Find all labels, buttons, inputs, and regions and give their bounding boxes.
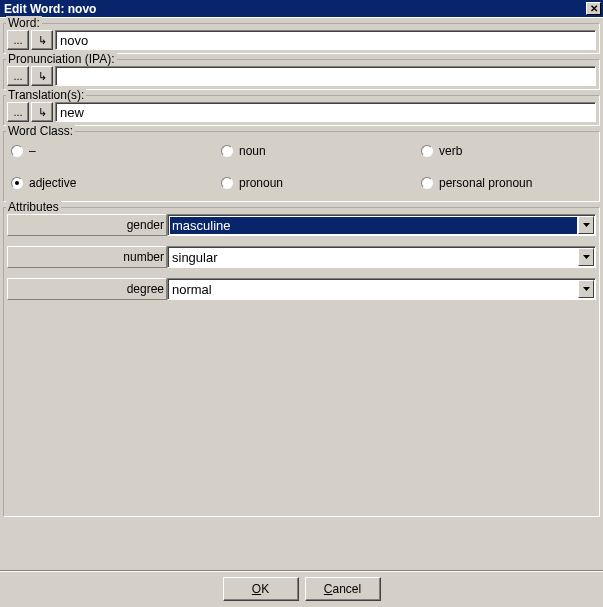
radio-label: personal pronoun: [439, 176, 532, 190]
svg-marker-1: [583, 255, 590, 259]
svg-marker-2: [583, 287, 590, 291]
radio-label: adjective: [29, 176, 76, 190]
attribute-label: number: [7, 246, 167, 268]
select-value: masculine: [170, 217, 577, 234]
pronunciation-label: Pronunciation (IPA):: [6, 52, 117, 66]
translations-insert-button[interactable]: ↳: [31, 102, 53, 122]
pronunciation-input[interactable]: [55, 66, 596, 86]
radio-icon[interactable]: [421, 145, 433, 157]
svg-marker-0: [583, 223, 590, 227]
word-input[interactable]: [55, 30, 596, 50]
word-label: Word:: [6, 16, 42, 30]
chevron-down-icon[interactable]: [578, 216, 594, 234]
word-insert-button[interactable]: ↳: [31, 30, 53, 50]
radio-icon[interactable]: [221, 177, 233, 189]
translations-ellipsis-button[interactable]: ...: [7, 102, 29, 122]
attribute-row: gendermasculine: [7, 214, 596, 236]
word-group: Word: ... ↳: [3, 23, 600, 54]
ok-button[interactable]: OK: [223, 577, 299, 601]
word-class-label: Word Class:: [6, 124, 75, 138]
word-class-option[interactable]: adjective: [11, 176, 221, 190]
pronunciation-insert-button[interactable]: ↳: [31, 66, 53, 86]
button-bar: OK Cancel: [0, 570, 603, 601]
title-bar: Edit Word: novo ✕: [0, 0, 603, 18]
radio-label: pronoun: [239, 176, 283, 190]
attribute-label: degree: [7, 278, 167, 300]
word-class-option[interactable]: noun: [221, 144, 421, 158]
attribute-select[interactable]: normal: [167, 278, 596, 300]
word-ellipsis-button[interactable]: ...: [7, 30, 29, 50]
word-class-option[interactable]: pronoun: [221, 176, 421, 190]
chevron-down-icon[interactable]: [578, 248, 594, 266]
translations-group: Translation(s): ... ↳: [3, 95, 600, 126]
radio-label: –: [29, 144, 36, 158]
translations-label: Translation(s):: [6, 88, 86, 102]
radio-label: verb: [439, 144, 462, 158]
attributes-group: Attributes gendermasculinenumbersingular…: [3, 207, 600, 517]
radio-icon[interactable]: [11, 145, 23, 157]
word-class-group: Word Class: –nounverbadjectivepronounper…: [3, 131, 600, 202]
translations-input[interactable]: [55, 102, 596, 122]
radio-label: noun: [239, 144, 266, 158]
attributes-label: Attributes: [6, 200, 61, 214]
word-class-option[interactable]: personal pronoun: [421, 176, 592, 190]
attribute-select[interactable]: singular: [167, 246, 596, 268]
pronunciation-group: Pronunciation (IPA): ... ↳: [3, 59, 600, 90]
select-value: singular: [170, 249, 577, 266]
radio-icon[interactable]: [221, 145, 233, 157]
select-value: normal: [170, 281, 577, 298]
chevron-down-icon[interactable]: [578, 280, 594, 298]
radio-icon[interactable]: [11, 177, 23, 189]
attribute-select[interactable]: masculine: [167, 214, 596, 236]
word-class-option[interactable]: verb: [421, 144, 592, 158]
window-title: Edit Word: novo: [4, 2, 96, 16]
close-button[interactable]: ✕: [586, 2, 601, 15]
word-class-option[interactable]: –: [11, 144, 221, 158]
attribute-row: numbersingular: [7, 246, 596, 268]
radio-icon[interactable]: [421, 177, 433, 189]
attribute-label: gender: [7, 214, 167, 236]
pronunciation-ellipsis-button[interactable]: ...: [7, 66, 29, 86]
cancel-button[interactable]: Cancel: [305, 577, 381, 601]
attribute-row: degreenormal: [7, 278, 596, 300]
